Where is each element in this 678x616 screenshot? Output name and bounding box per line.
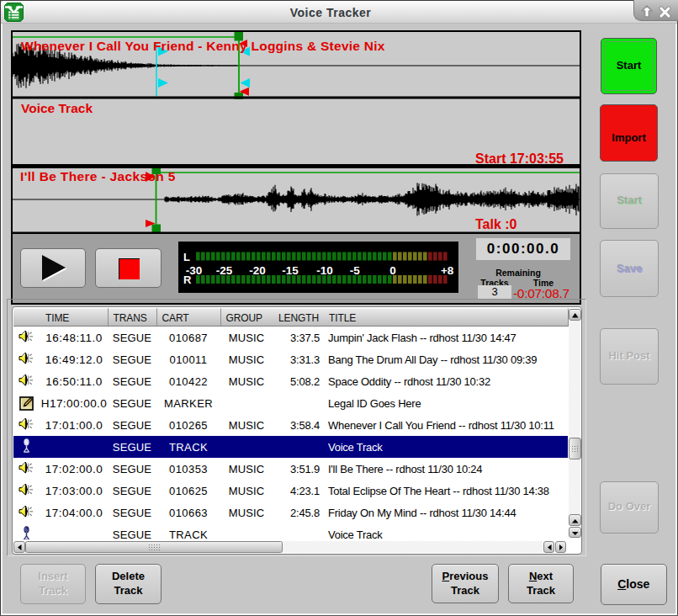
svg-text:0: 0: [389, 263, 396, 276]
svg-text:+8: +8: [441, 263, 454, 276]
svg-text:-25: -25: [216, 263, 233, 276]
svg-text:-30: -30: [186, 263, 203, 276]
svg-text:-15: -15: [282, 263, 299, 276]
svg-text:-5: -5: [350, 263, 360, 276]
svg-text:-10: -10: [316, 263, 333, 276]
svg-text:Voice Track: Voice Track: [21, 101, 93, 115]
svg-text:Talk :0: Talk :0: [475, 217, 517, 231]
svg-text:-20: -20: [249, 263, 266, 276]
svg-text:Whenever I Call You Friend - K: Whenever I Call You Friend - Kenny Loggi…: [21, 39, 385, 53]
svg-text:I'll Be There - Jackson 5: I'll Be There - Jackson 5: [20, 169, 176, 183]
svg-text:L: L: [183, 250, 190, 263]
svg-text:Start 17:03:55: Start 17:03:55: [475, 151, 564, 166]
